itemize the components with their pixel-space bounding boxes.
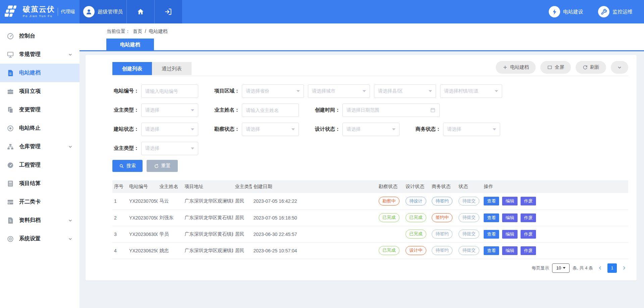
- page-tab-plant-filing[interactable]: 电站建档: [106, 39, 154, 50]
- status-badge: 设计中: [406, 246, 426, 255]
- list-tabs: 创建列表 通过列表: [112, 62, 192, 75]
- chevron-down-icon: [68, 236, 73, 241]
- current-page-button[interactable]: 1: [607, 263, 617, 273]
- sidebar-item-project-initiation[interactable]: 项目立项: [0, 82, 79, 101]
- user-chip[interactable]: 超级管理员: [79, 0, 126, 23]
- plant-id-cell: YX2023063000009: [127, 226, 158, 242]
- date-range-input[interactable]: 请选择日期范围: [342, 104, 440, 117]
- address-cell: 广东深圳龙华区黄石镇姚家庄...: [183, 226, 233, 242]
- caret-down-icon: [191, 128, 194, 130]
- owner-name-input[interactable]: [242, 104, 299, 117]
- sidebar-item-plant-termination[interactable]: 电站终止: [0, 119, 79, 137]
- refresh-button[interactable]: 刷新: [576, 61, 606, 74]
- table-row: 3YX2023063000009学员广东深圳龙华区黄石镇姚家庄...居民2023…: [112, 226, 628, 242]
- fullscreen-button[interactable]: 全屏: [540, 61, 571, 74]
- view-button[interactable]: 查看: [484, 246, 499, 255]
- void-button[interactable]: 作废: [521, 230, 536, 239]
- prev-page-button[interactable]: [596, 265, 604, 270]
- caret-down-icon: [429, 90, 432, 92]
- void-button[interactable]: 作废: [521, 213, 536, 222]
- view-button[interactable]: 查看: [484, 197, 499, 205]
- create-plant-button[interactable]: 电站建档: [496, 61, 536, 74]
- sidebar-item-label: 开二类卡: [19, 198, 73, 205]
- reset-button[interactable]: 重置: [147, 160, 178, 172]
- home-button[interactable]: [126, 0, 154, 23]
- module-switcher: 电站建设 监控运维: [549, 0, 644, 23]
- brand-logo-icon: [5, 5, 20, 19]
- business-status-select[interactable]: 请选择: [443, 123, 500, 136]
- status-badge: 已完成: [406, 213, 426, 222]
- sidebar-item-engineering-management[interactable]: 工程管理: [0, 156, 79, 174]
- sidebar-item-console[interactable]: 控制台: [0, 27, 79, 45]
- owner-type2-label: 业主类型：: [112, 145, 141, 151]
- avatar: [83, 6, 95, 17]
- tab-passed-list[interactable]: 通过列表: [152, 62, 192, 75]
- collapse-button[interactable]: [611, 61, 628, 74]
- next-page-button[interactable]: [620, 265, 628, 270]
- pagination: 每页显示 10 条, 共 4 条 1: [112, 259, 628, 277]
- city-select[interactable]: 请选择城市: [308, 84, 370, 98]
- logout-button[interactable]: [154, 0, 182, 23]
- sidebar-item-label: 电站终止: [19, 125, 73, 132]
- sidebar-item-data-archive[interactable]: 资料归档: [0, 211, 79, 230]
- reset-icon: [154, 164, 159, 169]
- county-select[interactable]: 请选择县/区: [374, 84, 436, 98]
- edit-button[interactable]: 编辑: [502, 213, 518, 222]
- search-button[interactable]: 搜索: [112, 160, 143, 172]
- survey-status-cell: [377, 226, 404, 242]
- warehouse-icon: [7, 143, 14, 150]
- void-button[interactable]: 作废: [521, 246, 536, 255]
- sidebar-item-label: 项目立项: [19, 88, 73, 95]
- monitor-icon: [7, 51, 14, 58]
- sidebar-item-change-management[interactable]: 变更管理: [0, 101, 79, 119]
- business-status-cell: 待签约: [430, 193, 457, 209]
- nav-plant-construction[interactable]: 电站建设: [549, 6, 583, 17]
- sidebar-item-warehouse-management[interactable]: 仓库管理: [0, 137, 79, 156]
- chevron-down-icon: [68, 144, 73, 149]
- tab-created-list[interactable]: 创建列表: [112, 62, 152, 75]
- actions-cell: 查看编辑作废: [482, 242, 628, 259]
- sidebar: 控制台常规管理电站建档项目立项变更管理电站终止仓库管理工程管理项目结算开二类卡资…: [0, 23, 79, 308]
- owner-type-cell: 居民: [233, 193, 252, 209]
- town-select[interactable]: 请选择村镇/街道: [440, 84, 502, 98]
- table-row: 2YX2023070500010刘强东广东深圳龙华区黄石镇星官大...居民202…: [112, 209, 628, 226]
- nav-monitor-ops[interactable]: 监控运维: [598, 6, 633, 17]
- survey-status-select[interactable]: 请选择: [242, 123, 299, 136]
- edit-button[interactable]: 编辑: [502, 246, 518, 255]
- owner-type-select[interactable]: 请选择: [141, 104, 198, 117]
- design-status-select[interactable]: 请选择: [342, 123, 399, 136]
- owner-type2-select[interactable]: 请选择: [141, 142, 198, 155]
- sidebar-item-label: 常规管理: [19, 51, 68, 58]
- sidebar-item-system-settings[interactable]: 系统设置: [0, 230, 79, 248]
- created-at-cell: 2023-06-25 10:57:04: [252, 242, 377, 259]
- sidebar-item-general-management[interactable]: 常规管理: [0, 45, 79, 64]
- status-badge: 勘察中: [379, 197, 399, 205]
- table-header-row: 序号电站编号业主姓名项目地址业主类型创建日期勘察状态设计状态商务状态状态操作: [112, 180, 628, 193]
- province-select[interactable]: 请选择省份: [242, 84, 304, 98]
- sidebar-item-type2-card[interactable]: 开二类卡: [0, 193, 79, 211]
- caret-down-icon: [493, 128, 496, 130]
- plant-no-input[interactable]: [141, 84, 198, 98]
- void-button[interactable]: 作废: [521, 197, 536, 205]
- sidebar-item-label: 资料归档: [19, 217, 68, 224]
- sidebar-item-label: 仓库管理: [19, 143, 68, 150]
- sidebar-item-project-settlement[interactable]: 项目结算: [0, 174, 79, 193]
- view-button[interactable]: 查看: [484, 213, 499, 222]
- briefcase-icon: [7, 88, 14, 95]
- actions-cell: 查看编辑作废: [482, 226, 628, 242]
- filter-design-status: 设计状态： 请选择: [314, 123, 414, 136]
- address-cell: 广东深圳龙华区黄石镇星官大...: [183, 209, 233, 226]
- sidebar-item-plant-filing[interactable]: 电站建档: [0, 64, 79, 82]
- edit-button[interactable]: 编辑: [502, 197, 518, 205]
- per-page-select[interactable]: 10: [552, 263, 570, 273]
- build-status-select[interactable]: 请选择: [141, 123, 198, 136]
- edit-button[interactable]: 编辑: [502, 230, 518, 239]
- breadcrumb-home[interactable]: 首页: [133, 28, 142, 34]
- business-status-cell: 待签约: [430, 242, 457, 259]
- sidebar-item-label: 系统设置: [19, 235, 68, 242]
- seq-cell: 1: [112, 193, 127, 209]
- status-status-cell: 待提交: [457, 209, 482, 226]
- breadcrumb-current: 电站建档: [149, 28, 168, 34]
- brand-subtitle: Po Jian Yun Fu: [23, 14, 55, 18]
- view-button[interactable]: 查看: [484, 230, 499, 239]
